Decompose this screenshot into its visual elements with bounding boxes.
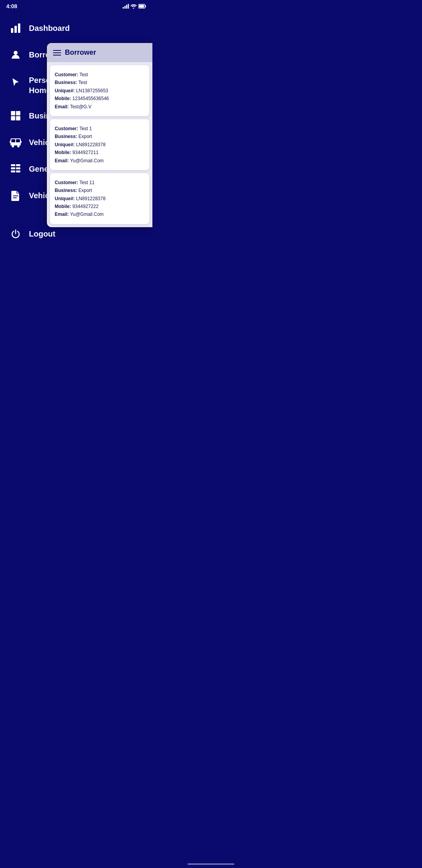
svg-rect-25 <box>11 167 15 169</box>
logout-label: Logout <box>29 230 55 239</box>
card-1-email: Email: Yu@Gmail.Com <box>55 157 145 165</box>
svg-rect-1 <box>125 6 126 9</box>
status-time: 4:08 <box>6 3 17 9</box>
borrower-cards-list: Customer: Test Business: Test Unique#: L… <box>47 62 152 227</box>
wifi-icon <box>131 4 137 9</box>
card-0-email: Email: Test@G.V <box>55 103 145 111</box>
card-2-business: Business: Export <box>55 187 145 194</box>
borrower-card-1[interactable]: Customer: Test 1 Business: Export Unique… <box>50 119 149 170</box>
card-1-customer: Customer: Test 1 <box>55 125 145 133</box>
svg-rect-9 <box>18 23 20 33</box>
svg-rect-14 <box>16 116 20 120</box>
battery-icon <box>138 4 146 9</box>
svg-rect-11 <box>11 111 15 115</box>
user-icon <box>9 48 22 61</box>
borrower-panel: Borrower Customer: Test Business: Test U… <box>47 43 152 227</box>
svg-rect-24 <box>16 164 20 166</box>
borrower-panel-header: Borrower <box>47 43 152 62</box>
cursor-icon <box>9 76 22 88</box>
bar-chart-icon <box>9 22 22 34</box>
svg-rect-26 <box>16 167 20 169</box>
card-1-mobile: Mobile: 9344927211 <box>55 149 145 156</box>
svg-rect-27 <box>11 170 15 172</box>
svg-rect-13 <box>11 116 15 120</box>
svg-rect-17 <box>16 139 20 142</box>
sidebar-item-dashboard[interactable]: Dashboard <box>0 15 152 41</box>
svg-rect-29 <box>13 195 18 196</box>
svg-rect-6 <box>139 5 144 8</box>
signal-icon <box>123 4 129 9</box>
svg-point-22 <box>17 145 20 147</box>
general-insurance-icon <box>9 163 22 175</box>
power-icon <box>9 228 22 240</box>
card-0-business: Business: Test <box>55 79 145 86</box>
svg-rect-8 <box>14 26 17 33</box>
svg-rect-28 <box>16 170 20 172</box>
svg-rect-19 <box>20 141 21 143</box>
file-icon <box>9 189 22 202</box>
grid-icon <box>9 109 22 122</box>
status-bar: 4:08 <box>0 0 152 11</box>
borrower-panel-title: Borrower <box>65 48 96 57</box>
card-0-unique: Unique#: LN1387255653 <box>55 87 145 95</box>
card-2-mobile: Mobile: 9344927222 <box>55 203 145 210</box>
svg-rect-0 <box>123 7 124 9</box>
svg-rect-30 <box>13 197 17 198</box>
card-1-business: Business: Export <box>55 133 145 140</box>
card-2-unique: Unique#: LN891228378 <box>55 195 145 203</box>
status-icons <box>123 4 146 9</box>
svg-rect-23 <box>11 164 15 166</box>
svg-rect-7 <box>11 28 13 33</box>
svg-rect-5 <box>145 5 146 7</box>
card-2-email: Email: Yu@Gmail.Com <box>55 210 145 218</box>
svg-rect-3 <box>128 4 129 9</box>
card-0-mobile: Mobile: 12345455636546 <box>55 95 145 102</box>
svg-rect-18 <box>10 141 11 143</box>
svg-rect-2 <box>126 5 127 9</box>
borrower-card-0[interactable]: Customer: Test Business: Test Unique#: L… <box>50 65 149 116</box>
borrower-card-2[interactable]: Customer: Test 11 Business: Export Uniqu… <box>50 173 149 224</box>
svg-rect-16 <box>11 139 15 142</box>
card-1-unique: Unique#: LN891228378 <box>55 141 145 149</box>
bus-icon <box>9 136 22 149</box>
card-2-customer: Customer: Test 11 <box>55 179 145 187</box>
svg-point-10 <box>14 51 18 55</box>
dashboard-label: Dashboard <box>29 24 70 33</box>
card-0-customer: Customer: Test <box>55 71 145 79</box>
svg-point-21 <box>12 145 14 147</box>
svg-rect-12 <box>16 111 20 115</box>
svg-rect-20 <box>11 144 21 145</box>
hamburger-icon[interactable] <box>53 50 61 56</box>
